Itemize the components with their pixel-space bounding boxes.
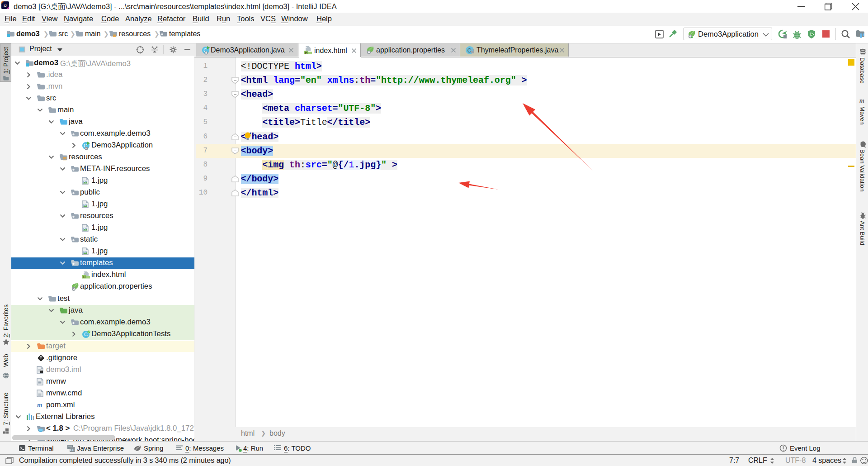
svg-text:C: C <box>84 332 88 337</box>
svg-text:m: m <box>859 97 864 104</box>
svg-text:IJ: IJ <box>4 4 6 8</box>
svg-text:EE: EE <box>70 448 75 452</box>
svg-text:H: H <box>83 276 85 279</box>
svg-text:C: C <box>467 48 472 54</box>
svg-text:H: H <box>305 51 307 55</box>
svg-text:m: m <box>37 401 42 409</box>
